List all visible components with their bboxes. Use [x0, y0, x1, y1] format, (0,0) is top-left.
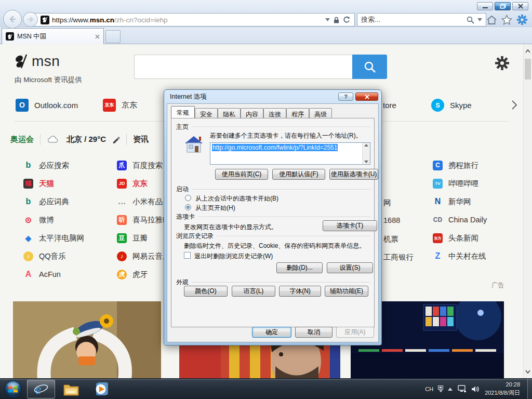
start-with-home-radio[interactable]	[185, 204, 191, 210]
dialog-titlebar[interactable]: Internet 选项 ?	[164, 90, 381, 103]
page-scrollbar[interactable]	[523, 44, 532, 378]
use-current-button[interactable]: 使用当前页(C)	[215, 169, 268, 180]
radio-label[interactable]: 从上次会话中的选项卡开始(B)	[195, 194, 278, 203]
tab-close-icon[interactable]	[95, 34, 100, 39]
link-bing-dictionary[interactable]: b必应词典	[23, 196, 69, 207]
tools-gear-icon[interactable]	[516, 14, 528, 25]
tab-advanced[interactable]: 高级	[309, 108, 332, 118]
restore-button[interactable]	[495, 2, 511, 10]
new-tab-button[interactable]	[105, 30, 121, 43]
delete-history-on-exit-checkbox[interactable]	[184, 252, 191, 259]
field-scrollbar[interactable]	[362, 143, 370, 164]
link-ctrip[interactable]: C携程旅行	[433, 160, 478, 170]
refresh-icon[interactable]	[343, 16, 350, 23]
languages-button[interactable]: 语言(L)	[232, 286, 275, 297]
apply-button[interactable]: 应用(A)	[336, 327, 374, 338]
link-bilibili[interactable]: TV哔哩哔哩	[433, 178, 478, 189]
accessibility-button[interactable]: 辅助功能(E)	[325, 286, 368, 297]
delete-button[interactable]: 删除(D)...	[276, 262, 323, 273]
carousel-next-icon[interactable]	[511, 100, 517, 112]
taskbar-media-player-button[interactable]	[87, 380, 115, 398]
show-hidden-icons-button[interactable]	[448, 388, 453, 391]
cancel-button[interactable]: 取消	[295, 327, 332, 338]
scroll-down-icon[interactable]	[364, 161, 368, 163]
link-bing-search[interactable]: b必应搜索	[23, 160, 69, 170]
msn-search-button[interactable]	[352, 55, 387, 79]
msn-search-input[interactable]	[134, 55, 352, 79]
start-with-last-session-radio[interactable]	[185, 195, 191, 201]
tab-general[interactable]: 常规	[171, 106, 195, 118]
tab-programs[interactable]: 程序	[286, 108, 309, 118]
radio-label[interactable]: 从主页开始(H)	[195, 204, 235, 212]
link-fragment[interactable]: 网	[383, 198, 391, 208]
link-xinhuanet[interactable]: N新华网	[433, 196, 471, 207]
close-button[interactable]	[512, 2, 528, 10]
link-jd[interactable]: JD京东	[117, 178, 148, 189]
checkbox-label[interactable]: 退出时删除浏览历史记录(W)	[194, 252, 273, 261]
forward-button[interactable]	[23, 12, 38, 27]
tab-msn-china[interactable]: MSN 中国	[2, 28, 104, 44]
home-icon[interactable]	[486, 15, 497, 25]
scroll-up-icon[interactable]	[364, 144, 368, 147]
link-jd-promoted[interactable]: 京东 京东	[103, 98, 137, 112]
link-toutiao-news[interactable]: 东方头条新闻	[433, 233, 478, 243]
autocomplete-dropdown-icon[interactable]	[325, 18, 330, 21]
taskbar-clock[interactable]: 20:28 2021/8/8/周日	[485, 381, 520, 397]
link-pconline[interactable]: ◆太平洋电脑网	[23, 233, 84, 243]
use-default-button[interactable]: 使用默认值(F)	[272, 169, 325, 180]
link-netease-music[interactable]: ♪网易云音乐	[117, 251, 170, 261]
settings-button[interactable]: 设置(S)	[327, 262, 373, 273]
link-store-fragment[interactable]: tore	[383, 98, 396, 112]
tab-security[interactable]: 安全	[195, 108, 218, 118]
page-settings-gear-icon[interactable]	[495, 56, 509, 72]
fonts-button[interactable]: 字体(N)	[279, 286, 321, 297]
link-xiaomi-youpin[interactable]: …小米有品	[117, 196, 163, 207]
back-button[interactable]	[3, 10, 22, 29]
language-bar-icon[interactable]	[438, 385, 443, 392]
news-link[interactable]: 资讯	[133, 135, 149, 144]
scrollbar-thumb[interactable]	[525, 59, 531, 79]
link-skype[interactable]: S Skype	[431, 98, 472, 112]
language-indicator[interactable]: CH	[425, 386, 433, 392]
link-baidu-search[interactable]: 爪百度搜索	[117, 160, 163, 170]
address-bar[interactable]: https://www.msn.cn/zh-cn?ocid=iehp	[33, 13, 355, 26]
dialog-close-button[interactable]	[355, 92, 378, 101]
homepage-url-field[interactable]: http://go.microsoft.com/fwlink/p/?LinkId…	[210, 142, 370, 165]
network-icon[interactable]	[457, 385, 467, 393]
volume-icon[interactable]	[471, 385, 480, 393]
link-fragment[interactable]: 工商银行	[383, 252, 414, 262]
favorites-star-icon[interactable]	[501, 15, 512, 25]
tab-content[interactable]: 内容	[241, 108, 263, 118]
link-douban[interactable]: 豆豆瓣	[117, 233, 148, 243]
search-dropdown-icon[interactable]	[477, 18, 482, 21]
link-zol[interactable]: Z中关村在线	[433, 251, 486, 261]
link-tmall[interactable]: 猫天猫	[23, 178, 54, 189]
start-button[interactable]	[1, 380, 25, 398]
scroll-down-icon[interactable]	[524, 368, 532, 375]
ok-button[interactable]: 确定	[252, 327, 291, 338]
link-qq-music[interactable]: ♪QQ音乐	[23, 251, 66, 261]
scroll-up-icon[interactable]	[524, 47, 532, 55]
colors-button[interactable]: 颜色(O)	[184, 286, 228, 297]
weather-city-temp[interactable]: 北京 / 29°C	[66, 135, 106, 144]
taskbar-ie-button[interactable]: e	[27, 380, 55, 398]
link-china-daily[interactable]: CDChina Daily	[433, 215, 487, 225]
use-new-tab-button[interactable]: 使用新选项卡(U)	[329, 169, 378, 180]
tabs-settings-button[interactable]: 选项卡(T)	[323, 220, 377, 231]
tab-connections[interactable]: 连接	[263, 108, 286, 118]
search-icon[interactable]	[467, 16, 474, 24]
news-image-athlete[interactable]	[13, 301, 161, 378]
link-fragment[interactable]: 机票	[383, 234, 398, 244]
link-outlook[interactable]: O Outlook.com	[16, 98, 78, 112]
show-desktop-button[interactable]	[527, 379, 532, 399]
link-acfun[interactable]: AAcFun	[23, 269, 61, 280]
chrome-search-box[interactable]: 搜索...	[357, 13, 486, 26]
link-weibo[interactable]: ⊙微博	[23, 215, 54, 225]
edit-pencil-icon[interactable]	[112, 136, 120, 143]
taskbar-explorer-button[interactable]	[57, 380, 85, 398]
tab-privacy[interactable]: 隐私	[218, 108, 241, 118]
dialog-help-button[interactable]: ?	[338, 92, 353, 101]
olympics-link[interactable]: 奥运会	[10, 135, 34, 144]
minimize-button[interactable]	[477, 2, 493, 10]
link-fragment[interactable]: 1688	[383, 216, 400, 224]
